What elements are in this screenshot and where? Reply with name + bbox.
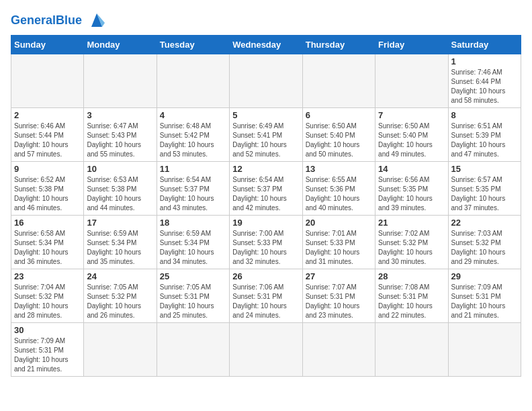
calendar-week-row: 9Sunrise: 6:52 AM Sunset: 5:38 PM Daylig… [11, 162, 521, 216]
calendar-cell: 30Sunrise: 7:09 AM Sunset: 5:31 PM Dayli… [11, 323, 84, 377]
day-info: Sunrise: 6:54 AM Sunset: 5:37 PM Dayligh… [160, 175, 226, 213]
col-header-friday: Friday [375, 36, 448, 54]
calendar-cell: 1Sunrise: 7:46 AM Sunset: 6:44 PM Daylig… [448, 54, 521, 108]
col-header-thursday: Thursday [302, 36, 375, 54]
day-info: Sunrise: 7:09 AM Sunset: 5:31 PM Dayligh… [14, 336, 81, 374]
day-info: Sunrise: 6:53 AM Sunset: 5:38 PM Dayligh… [87, 175, 153, 213]
day-number: 2 [14, 110, 81, 120]
calendar-cell: 3Sunrise: 6:47 AM Sunset: 5:43 PM Daylig… [84, 108, 157, 162]
calendar-cell: 24Sunrise: 7:05 AM Sunset: 5:32 PM Dayli… [84, 269, 157, 323]
calendar-cell: 6Sunrise: 6:50 AM Sunset: 5:40 PM Daylig… [302, 108, 375, 162]
logo: GeneralBlue [11, 11, 109, 30]
day-number: 11 [160, 164, 226, 174]
calendar-cell: 29Sunrise: 7:09 AM Sunset: 5:31 PM Dayli… [448, 269, 521, 323]
calendar-cell: 22Sunrise: 7:03 AM Sunset: 5:32 PM Dayli… [448, 216, 521, 269]
col-header-saturday: Saturday [448, 36, 521, 54]
day-number: 5 [232, 110, 299, 120]
day-info: Sunrise: 7:05 AM Sunset: 5:31 PM Dayligh… [160, 283, 226, 320]
day-number: 14 [378, 164, 445, 174]
calendar-cell: 21Sunrise: 7:02 AM Sunset: 5:32 PM Dayli… [375, 216, 448, 269]
calendar-cell: 4Sunrise: 6:48 AM Sunset: 5:42 PM Daylig… [157, 108, 229, 162]
col-header-wednesday: Wednesday [230, 36, 302, 54]
day-info: Sunrise: 7:09 AM Sunset: 5:31 PM Dayligh… [451, 283, 518, 320]
logo-icon [85, 11, 109, 30]
calendar-cell: 25Sunrise: 7:05 AM Sunset: 5:31 PM Dayli… [157, 269, 229, 323]
day-number: 6 [306, 110, 372, 120]
logo-general: General [11, 13, 56, 27]
logo-blue: Blue [56, 13, 82, 27]
col-header-monday: Monday [84, 36, 157, 54]
calendar-cell [302, 323, 375, 377]
calendar-cell: 28Sunrise: 7:08 AM Sunset: 5:31 PM Dayli… [375, 269, 448, 323]
col-header-sunday: Sunday [11, 36, 84, 54]
calendar-week-row: 1Sunrise: 7:46 AM Sunset: 6:44 PM Daylig… [11, 54, 521, 108]
day-info: Sunrise: 6:59 AM Sunset: 5:34 PM Dayligh… [160, 229, 226, 267]
day-number: 25 [160, 271, 226, 281]
day-number: 22 [451, 218, 518, 228]
calendar-cell: 20Sunrise: 7:01 AM Sunset: 5:33 PM Dayli… [302, 216, 375, 269]
calendar-cell: 15Sunrise: 6:57 AM Sunset: 5:35 PM Dayli… [448, 162, 521, 216]
day-number: 21 [378, 218, 445, 228]
day-info: Sunrise: 7:05 AM Sunset: 5:32 PM Dayligh… [87, 283, 153, 320]
day-number: 12 [232, 164, 299, 174]
day-number: 4 [160, 110, 226, 120]
day-info: Sunrise: 6:49 AM Sunset: 5:41 PM Dayligh… [232, 122, 299, 159]
calendar-cell [157, 323, 229, 377]
day-info: Sunrise: 7:07 AM Sunset: 5:31 PM Dayligh… [306, 283, 372, 320]
day-number: 19 [232, 218, 299, 228]
day-number: 1 [451, 56, 518, 66]
day-info: Sunrise: 6:51 AM Sunset: 5:39 PM Dayligh… [451, 122, 518, 159]
day-number: 15 [451, 164, 518, 174]
day-info: Sunrise: 7:04 AM Sunset: 5:32 PM Dayligh… [14, 283, 81, 320]
calendar-cell: 8Sunrise: 6:51 AM Sunset: 5:39 PM Daylig… [448, 108, 521, 162]
day-number: 7 [378, 110, 445, 120]
calendar-cell [375, 54, 448, 108]
calendar-week-row: 2Sunrise: 6:46 AM Sunset: 5:44 PM Daylig… [11, 108, 521, 162]
calendar-cell: 19Sunrise: 7:00 AM Sunset: 5:33 PM Dayli… [230, 216, 302, 269]
day-number: 23 [14, 271, 81, 281]
day-number: 29 [451, 271, 518, 281]
calendar-cell [375, 323, 448, 377]
day-number: 10 [87, 164, 153, 174]
calendar-header-row: SundayMondayTuesdayWednesdayThursdayFrid… [11, 36, 521, 54]
day-number: 16 [14, 218, 81, 228]
calendar-cell [84, 323, 157, 377]
calendar-week-row: 16Sunrise: 6:58 AM Sunset: 5:34 PM Dayli… [11, 216, 521, 269]
day-info: Sunrise: 7:01 AM Sunset: 5:33 PM Dayligh… [306, 229, 372, 267]
day-number: 20 [306, 218, 372, 228]
day-number: 28 [378, 271, 445, 281]
day-info: Sunrise: 6:52 AM Sunset: 5:38 PM Dayligh… [14, 175, 81, 213]
day-info: Sunrise: 6:57 AM Sunset: 5:35 PM Dayligh… [451, 175, 518, 213]
calendar-cell [302, 54, 375, 108]
day-info: Sunrise: 6:47 AM Sunset: 5:43 PM Dayligh… [87, 122, 153, 159]
day-info: Sunrise: 6:55 AM Sunset: 5:36 PM Dayligh… [306, 175, 372, 213]
calendar-cell: 2Sunrise: 6:46 AM Sunset: 5:44 PM Daylig… [11, 108, 84, 162]
day-info: Sunrise: 6:48 AM Sunset: 5:42 PM Dayligh… [160, 122, 226, 159]
calendar-week-row: 23Sunrise: 7:04 AM Sunset: 5:32 PM Dayli… [11, 269, 521, 323]
day-number: 17 [87, 218, 153, 228]
day-info: Sunrise: 7:06 AM Sunset: 5:31 PM Dayligh… [232, 283, 299, 320]
col-header-tuesday: Tuesday [157, 36, 229, 54]
calendar-cell [230, 54, 302, 108]
calendar-cell: 9Sunrise: 6:52 AM Sunset: 5:38 PM Daylig… [11, 162, 84, 216]
day-info: Sunrise: 6:56 AM Sunset: 5:35 PM Dayligh… [378, 175, 445, 213]
calendar-cell: 13Sunrise: 6:55 AM Sunset: 5:36 PM Dayli… [302, 162, 375, 216]
day-number: 26 [232, 271, 299, 281]
day-info: Sunrise: 6:46 AM Sunset: 5:44 PM Dayligh… [14, 122, 81, 159]
calendar-cell: 11Sunrise: 6:54 AM Sunset: 5:37 PM Dayli… [157, 162, 229, 216]
day-number: 24 [87, 271, 153, 281]
calendar-cell: 23Sunrise: 7:04 AM Sunset: 5:32 PM Dayli… [11, 269, 84, 323]
calendar-table: SundayMondayTuesdayWednesdayThursdayFrid… [11, 35, 521, 377]
day-info: Sunrise: 6:50 AM Sunset: 5:40 PM Dayligh… [306, 122, 372, 159]
day-info: Sunrise: 7:03 AM Sunset: 5:32 PM Dayligh… [451, 229, 518, 267]
page-header: GeneralBlue [11, 11, 521, 30]
calendar-cell: 10Sunrise: 6:53 AM Sunset: 5:38 PM Dayli… [84, 162, 157, 216]
calendar-cell [157, 54, 229, 108]
calendar-cell [11, 54, 84, 108]
day-number: 8 [451, 110, 518, 120]
calendar-cell: 17Sunrise: 6:59 AM Sunset: 5:34 PM Dayli… [84, 216, 157, 269]
calendar-cell: 5Sunrise: 6:49 AM Sunset: 5:41 PM Daylig… [230, 108, 302, 162]
day-info: Sunrise: 6:58 AM Sunset: 5:34 PM Dayligh… [14, 229, 81, 267]
day-number: 18 [160, 218, 226, 228]
day-number: 27 [306, 271, 372, 281]
